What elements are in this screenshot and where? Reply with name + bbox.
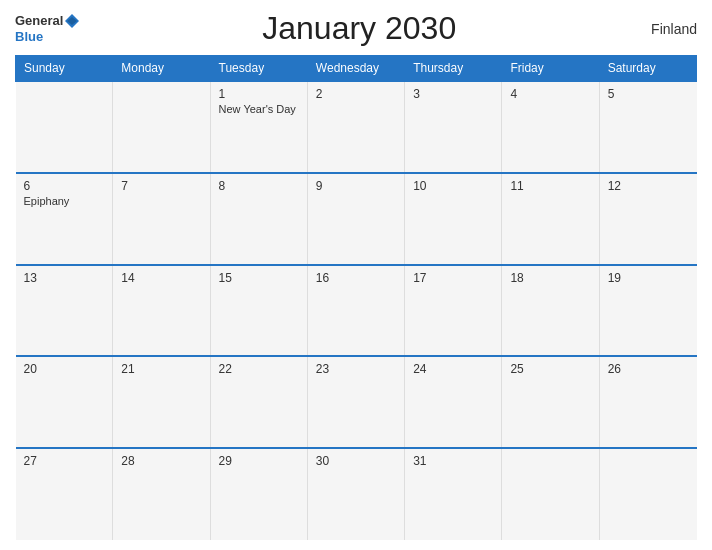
calendar-cell: 29 bbox=[210, 448, 307, 540]
calendar-cell: 23 bbox=[307, 356, 404, 448]
day-number: 31 bbox=[413, 454, 493, 468]
header-monday: Monday bbox=[113, 56, 210, 82]
calendar-week-row: 6Epiphany789101112 bbox=[16, 173, 697, 265]
calendar-cell bbox=[502, 448, 599, 540]
calendar-week-row: 20212223242526 bbox=[16, 356, 697, 448]
day-number: 24 bbox=[413, 362, 493, 376]
header-tuesday: Tuesday bbox=[210, 56, 307, 82]
day-number: 29 bbox=[219, 454, 299, 468]
day-number: 30 bbox=[316, 454, 396, 468]
calendar-cell: 6Epiphany bbox=[16, 173, 113, 265]
calendar-cell: 1New Year's Day bbox=[210, 81, 307, 173]
day-number: 11 bbox=[510, 179, 590, 193]
calendar-cell: 9 bbox=[307, 173, 404, 265]
calendar-cell: 25 bbox=[502, 356, 599, 448]
day-number: 13 bbox=[24, 271, 105, 285]
calendar-cell: 11 bbox=[502, 173, 599, 265]
day-number: 15 bbox=[219, 271, 299, 285]
calendar-cell: 31 bbox=[405, 448, 502, 540]
day-number: 28 bbox=[121, 454, 201, 468]
calendar-cell: 4 bbox=[502, 81, 599, 173]
calendar-cell: 12 bbox=[599, 173, 696, 265]
day-number: 3 bbox=[413, 87, 493, 101]
calendar-cell: 3 bbox=[405, 81, 502, 173]
calendar-cell: 13 bbox=[16, 265, 113, 357]
calendar-header: General Blue January 2030 Finland bbox=[15, 10, 697, 47]
day-number: 8 bbox=[219, 179, 299, 193]
day-number: 19 bbox=[608, 271, 689, 285]
day-number: 10 bbox=[413, 179, 493, 193]
day-number: 22 bbox=[219, 362, 299, 376]
day-number: 20 bbox=[24, 362, 105, 376]
header-thursday: Thursday bbox=[405, 56, 502, 82]
header-wednesday: Wednesday bbox=[307, 56, 404, 82]
calendar-cell: 28 bbox=[113, 448, 210, 540]
header-sunday: Sunday bbox=[16, 56, 113, 82]
logo-icon bbox=[63, 12, 81, 30]
calendar-table: Sunday Monday Tuesday Wednesday Thursday… bbox=[15, 55, 697, 540]
calendar-cell: 15 bbox=[210, 265, 307, 357]
calendar-cell: 8 bbox=[210, 173, 307, 265]
weekday-header-row: Sunday Monday Tuesday Wednesday Thursday… bbox=[16, 56, 697, 82]
calendar-cell: 17 bbox=[405, 265, 502, 357]
calendar-cell: 26 bbox=[599, 356, 696, 448]
calendar-week-row: 1New Year's Day2345 bbox=[16, 81, 697, 173]
logo-blue-text: Blue bbox=[15, 30, 43, 44]
calendar-cell bbox=[599, 448, 696, 540]
day-number: 2 bbox=[316, 87, 396, 101]
day-number: 27 bbox=[24, 454, 105, 468]
day-number: 1 bbox=[219, 87, 299, 101]
calendar-cell: 20 bbox=[16, 356, 113, 448]
day-number: 12 bbox=[608, 179, 689, 193]
calendar-cell: 19 bbox=[599, 265, 696, 357]
header-friday: Friday bbox=[502, 56, 599, 82]
calendar-cell: 22 bbox=[210, 356, 307, 448]
calendar-cell bbox=[16, 81, 113, 173]
logo-general-text: General bbox=[15, 14, 63, 28]
month-title: January 2030 bbox=[81, 10, 637, 47]
calendar-cell: 27 bbox=[16, 448, 113, 540]
day-number: 6 bbox=[24, 179, 105, 193]
calendar-cell: 14 bbox=[113, 265, 210, 357]
day-number: 26 bbox=[608, 362, 689, 376]
header-saturday: Saturday bbox=[599, 56, 696, 82]
day-number: 7 bbox=[121, 179, 201, 193]
calendar-cell bbox=[113, 81, 210, 173]
country-label: Finland bbox=[637, 21, 697, 37]
calendar-cell: 21 bbox=[113, 356, 210, 448]
calendar-week-row: 2728293031 bbox=[16, 448, 697, 540]
calendar-cell: 2 bbox=[307, 81, 404, 173]
day-number: 4 bbox=[510, 87, 590, 101]
day-number: 16 bbox=[316, 271, 396, 285]
day-number: 9 bbox=[316, 179, 396, 193]
calendar-cell: 5 bbox=[599, 81, 696, 173]
day-event: New Year's Day bbox=[219, 103, 299, 115]
day-number: 23 bbox=[316, 362, 396, 376]
day-number: 21 bbox=[121, 362, 201, 376]
day-number: 18 bbox=[510, 271, 590, 285]
calendar-cell: 24 bbox=[405, 356, 502, 448]
logo: General Blue bbox=[15, 12, 81, 44]
day-number: 5 bbox=[608, 87, 689, 101]
calendar-cell: 16 bbox=[307, 265, 404, 357]
day-number: 14 bbox=[121, 271, 201, 285]
calendar-cell: 30 bbox=[307, 448, 404, 540]
calendar-cell: 10 bbox=[405, 173, 502, 265]
day-event: Epiphany bbox=[24, 195, 105, 207]
calendar-container: General Blue January 2030 Finland Sunday… bbox=[0, 0, 712, 550]
calendar-cell: 7 bbox=[113, 173, 210, 265]
calendar-week-row: 13141516171819 bbox=[16, 265, 697, 357]
calendar-cell: 18 bbox=[502, 265, 599, 357]
day-number: 17 bbox=[413, 271, 493, 285]
day-number: 25 bbox=[510, 362, 590, 376]
